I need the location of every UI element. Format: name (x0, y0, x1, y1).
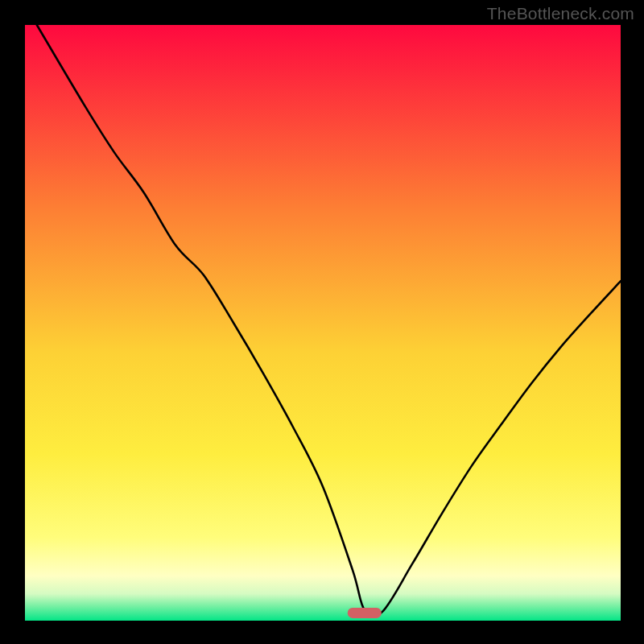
chart-svg (0, 0, 644, 644)
gradient-background (25, 25, 621, 621)
curve-marker (348, 608, 382, 618)
chart-canvas: TheBottleneck.com (0, 0, 644, 644)
watermark-text: TheBottleneck.com (487, 4, 634, 23)
